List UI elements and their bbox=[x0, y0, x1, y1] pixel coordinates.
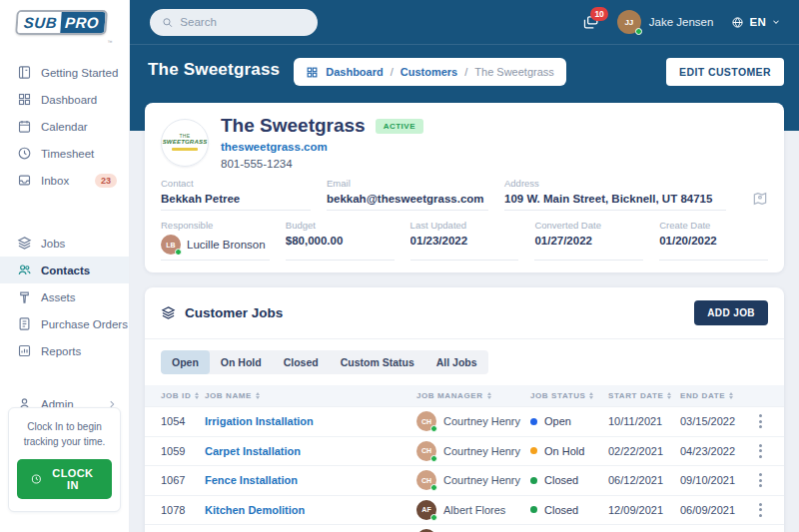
search-input[interactable] bbox=[180, 16, 306, 28]
clock-icon bbox=[17, 146, 32, 161]
customer-website-link[interactable]: thesweetgrass.com bbox=[221, 141, 328, 153]
tab-custom-status[interactable]: Custom Status bbox=[330, 350, 425, 374]
tab-all-jobs[interactable]: All Jobs bbox=[425, 350, 488, 374]
app-window: SUBPRO ™ Getting Started Dashboard Calen… bbox=[0, 0, 799, 532]
field-label: Budget bbox=[286, 220, 395, 231]
column-header-start-date[interactable]: START DATE bbox=[608, 391, 680, 400]
sidebar-item-label: Contacts bbox=[41, 265, 90, 276]
avatar: LB bbox=[161, 235, 181, 255]
user-menu[interactable]: JJ Jake Jensen bbox=[617, 10, 714, 34]
document-icon bbox=[17, 316, 32, 331]
job-id: 1054 bbox=[161, 415, 205, 427]
job-status: Closed bbox=[530, 474, 608, 486]
sidebar-item-timesheet[interactable]: Timesheet bbox=[0, 140, 129, 167]
job-name-link[interactable]: Kitchen Demolition bbox=[205, 504, 416, 516]
status-dot bbox=[530, 477, 537, 484]
end-date: 06/09/2021 bbox=[680, 504, 745, 516]
sort-icon bbox=[256, 392, 260, 399]
column-header-end-date[interactable]: END DATE bbox=[680, 391, 745, 400]
customer-logo: THE SWEETGRASS bbox=[161, 119, 209, 167]
status-dot bbox=[530, 418, 537, 425]
online-status-dot bbox=[430, 455, 437, 462]
sidebar-item-assets[interactable]: Assets bbox=[0, 283, 129, 310]
column-header-job-status[interactable]: JOB STATUS bbox=[530, 391, 608, 400]
online-status-dot bbox=[175, 249, 182, 255]
online-status-dot bbox=[635, 28, 642, 35]
job-name-link[interactable]: Fence Installation bbox=[205, 474, 416, 486]
breadcrumb: Dashboard / Customers / The Sweetgrass bbox=[294, 58, 566, 86]
field-email: Email bekkah@thesweetgrass.com bbox=[327, 178, 488, 211]
sidebar-item-label: Timesheet bbox=[41, 148, 94, 160]
customer-jobs-card: Customer Jobs ADD JOB Open On Hold Close… bbox=[145, 287, 784, 532]
job-id: 1059 bbox=[161, 445, 205, 457]
sidebar-item-inbox[interactable]: Inbox 23 bbox=[0, 167, 129, 194]
customer-logo-underline bbox=[172, 148, 198, 151]
clock-in-button[interactable]: CLOCK IN bbox=[17, 459, 112, 499]
sidebar-item-contacts[interactable]: Contacts bbox=[0, 257, 129, 283]
row-actions-menu[interactable] bbox=[753, 441, 768, 461]
sidebar-item-getting-started[interactable]: Getting Started bbox=[0, 59, 129, 86]
sidebar-item-jobs[interactable]: Jobs bbox=[0, 230, 129, 257]
logo-pro-text: PRO bbox=[61, 12, 106, 33]
add-job-button[interactable]: ADD JOB bbox=[694, 300, 768, 325]
sidebar-item-label: Calendar bbox=[41, 121, 88, 133]
clock-in-message: Clock In to begin tracking your time. bbox=[17, 420, 112, 449]
column-header-job-manager[interactable]: JOB MANAGER bbox=[416, 391, 530, 400]
tab-open[interactable]: Open bbox=[161, 350, 210, 374]
sort-icon bbox=[589, 392, 593, 399]
view-on-map-button[interactable] bbox=[742, 178, 768, 211]
table-row: 1078 Kitchen Demolition AFAlbert Flores … bbox=[145, 495, 784, 525]
column-header-job-id[interactable]: JOB ID bbox=[161, 391, 205, 400]
customer-name: The Sweetgrass bbox=[221, 115, 366, 137]
table-row: 1054 Irrigation Installation CHCourtney … bbox=[145, 406, 784, 436]
job-name-link[interactable]: Irrigation Installation bbox=[205, 415, 416, 427]
breadcrumb-link-customers[interactable]: Customers bbox=[400, 66, 457, 78]
sidebar-item-purchase-orders[interactable]: Purchase Orders bbox=[0, 310, 129, 337]
sidebar: SUBPRO ™ Getting Started Dashboard Calen… bbox=[0, 0, 130, 532]
globe-icon bbox=[731, 16, 744, 29]
row-actions-menu[interactable] bbox=[753, 470, 768, 490]
avatar: CH bbox=[416, 470, 436, 490]
main-area: 10 JJ Jake Jensen EN The Sweetgrass Dash… bbox=[130, 0, 799, 532]
jobs-section-title: Customer Jobs bbox=[185, 305, 283, 320]
table-row: 1059 Carpet Installation CHCourtney Henr… bbox=[145, 436, 784, 466]
sidebar-nav-primary: Getting Started Dashboard Calendar Times… bbox=[0, 45, 129, 194]
tab-closed[interactable]: Closed bbox=[273, 350, 330, 374]
language-code: EN bbox=[749, 16, 766, 28]
layers-icon bbox=[17, 236, 32, 251]
subpro-logo: SUBPRO bbox=[16, 10, 109, 35]
page-content: THE SWEETGRASS The Sweetgrass ACTIVE the… bbox=[130, 131, 799, 532]
sidebar-item-reports[interactable]: Reports bbox=[0, 337, 129, 364]
row-actions-menu[interactable] bbox=[753, 411, 768, 431]
report-chart-icon bbox=[17, 343, 32, 358]
end-date: 09/10/2021 bbox=[680, 474, 745, 486]
notifications-button[interactable]: 10 bbox=[582, 14, 599, 31]
tab-on-hold[interactable]: On Hold bbox=[210, 350, 273, 374]
sidebar-spacer bbox=[0, 364, 129, 390]
row-actions-menu[interactable] bbox=[753, 500, 768, 520]
breadcrumb-link-dashboard[interactable]: Dashboard bbox=[326, 66, 383, 78]
breadcrumb-current: The Sweetgrass bbox=[474, 66, 553, 78]
edit-customer-button[interactable]: EDIT CUSTOMER bbox=[666, 58, 784, 86]
table-row: 1067 Fence Installation CHCourtney Henry… bbox=[145, 465, 784, 495]
topbar: 10 JJ Jake Jensen EN bbox=[130, 0, 799, 45]
sidebar-item-calendar[interactable]: Calendar bbox=[0, 113, 129, 140]
jobs-filter-tabs: Open On Hold Closed Custom Status All Jo… bbox=[145, 339, 784, 385]
sidebar-item-label: Assets bbox=[41, 291, 76, 303]
field-converted-date: Converted Date 01/27/2022 bbox=[534, 220, 643, 261]
column-header-job-name[interactable]: JOB NAME bbox=[205, 391, 416, 400]
sidebar-item-dashboard[interactable]: Dashboard bbox=[0, 86, 129, 113]
online-status-dot bbox=[430, 425, 437, 432]
language-selector[interactable]: EN bbox=[731, 13, 781, 31]
sort-icon bbox=[729, 392, 733, 399]
sidebar-item-label: Purchase Orders bbox=[41, 318, 128, 330]
online-status-dot bbox=[430, 484, 437, 491]
responsible-name: Lucille Bronson bbox=[187, 239, 266, 251]
brand-logo[interactable]: SUBPRO ™ bbox=[0, 0, 129, 45]
sort-icon bbox=[195, 392, 199, 399]
sidebar-item-label: Dashboard bbox=[41, 94, 97, 106]
customer-summary-card: THE SWEETGRASS The Sweetgrass ACTIVE the… bbox=[145, 103, 784, 272]
job-id: 1067 bbox=[161, 474, 205, 486]
clock-icon bbox=[31, 473, 42, 485]
job-name-link[interactable]: Carpet Installation bbox=[205, 445, 416, 457]
